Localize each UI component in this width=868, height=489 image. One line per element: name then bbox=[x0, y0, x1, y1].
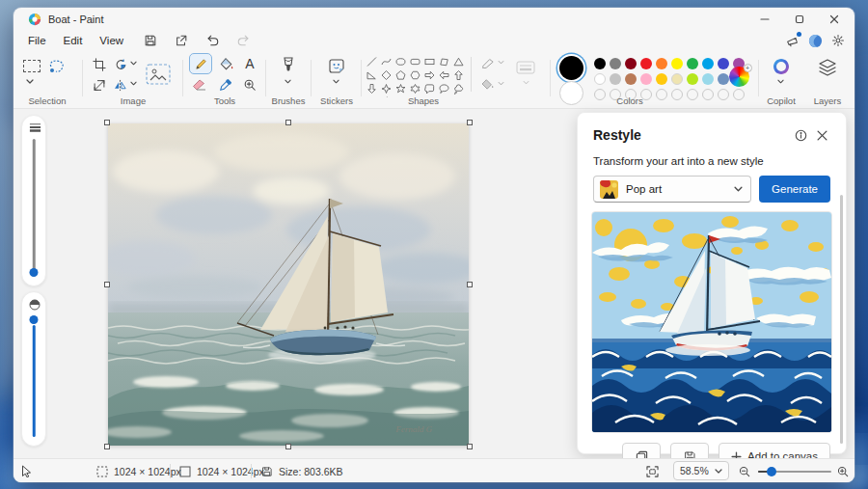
shape-arrow-down-icon[interactable] bbox=[365, 82, 379, 95]
feedback-icon[interactable] bbox=[785, 34, 800, 47]
magnifier-tool-icon[interactable] bbox=[241, 76, 258, 93]
panel-scrollbar[interactable] bbox=[840, 195, 843, 444]
color-swatch[interactable] bbox=[702, 58, 714, 69]
rotate-icon[interactable] bbox=[112, 57, 129, 72]
share-icon[interactable] bbox=[169, 32, 194, 49]
line-size-chevron-icon[interactable] bbox=[523, 80, 529, 85]
generate-button[interactable]: Generate bbox=[759, 176, 830, 203]
shape-arrow-right-icon[interactable] bbox=[422, 68, 437, 82]
account-avatar[interactable] bbox=[808, 34, 823, 48]
foreground-color-swatch[interactable] bbox=[559, 56, 583, 80]
opacity-slider-track[interactable] bbox=[33, 325, 36, 437]
resize-icon[interactable] bbox=[91, 77, 108, 93]
fit-to-screen-button[interactable] bbox=[646, 459, 659, 482]
pencil-tool-icon[interactable] bbox=[189, 53, 212, 74]
brush-icon[interactable] bbox=[279, 56, 298, 75]
shape-outline-icon[interactable] bbox=[480, 56, 496, 69]
shape-oval-speech-bubble-icon[interactable] bbox=[437, 82, 451, 95]
info-icon[interactable] bbox=[790, 124, 811, 146]
color-swatch[interactable] bbox=[656, 73, 667, 85]
empty-color-slot[interactable] bbox=[733, 89, 745, 100]
shape-cloud-speech-bubble-icon[interactable] bbox=[451, 82, 466, 95]
zoom-slider-thumb[interactable] bbox=[767, 467, 776, 476]
minimize-button[interactable] bbox=[752, 10, 777, 29]
shape-pentagon-icon[interactable] bbox=[393, 68, 408, 82]
shape-rectangle-icon[interactable] bbox=[422, 55, 437, 68]
undo-icon[interactable] bbox=[200, 32, 225, 49]
menu-edit[interactable]: Edit bbox=[55, 33, 92, 48]
shape-arrow-up-icon[interactable] bbox=[451, 68, 466, 82]
style-dropdown[interactable]: Pop art bbox=[593, 176, 751, 203]
shape-fill-chevron-icon[interactable] bbox=[498, 81, 504, 86]
maximize-button[interactable] bbox=[787, 10, 812, 29]
menu-file[interactable]: File bbox=[19, 33, 55, 48]
shape-rounded-rectangle-icon[interactable] bbox=[408, 55, 422, 68]
shape-outline-chevron-icon[interactable] bbox=[498, 60, 504, 65]
image-options-icon[interactable] bbox=[145, 63, 172, 86]
shape-hexagon-icon[interactable] bbox=[408, 68, 422, 82]
color-swatch[interactable] bbox=[656, 58, 667, 69]
color-swatch[interactable] bbox=[640, 73, 652, 85]
eraser-tool-icon[interactable] bbox=[189, 77, 210, 93]
copilot-dropdown-chevron-icon[interactable] bbox=[777, 79, 784, 84]
color-swatch[interactable] bbox=[625, 73, 637, 85]
color-swatch[interactable] bbox=[610, 58, 621, 69]
rectangle-select-icon[interactable] bbox=[21, 57, 42, 74]
fill-tool-icon[interactable] bbox=[217, 55, 236, 72]
color-swatch[interactable] bbox=[671, 73, 683, 85]
brushes-dropdown-chevron-icon[interactable] bbox=[285, 79, 291, 84]
shape-six-point-star-icon[interactable] bbox=[408, 82, 422, 95]
shape-diamond-icon[interactable] bbox=[379, 68, 393, 82]
color-swatch[interactable] bbox=[594, 73, 606, 85]
size-slider-thumb[interactable] bbox=[30, 268, 39, 277]
zoom-in-button[interactable] bbox=[837, 459, 849, 482]
color-swatch[interactable] bbox=[625, 58, 637, 69]
color-swatch[interactable] bbox=[594, 58, 606, 69]
crop-icon[interactable] bbox=[91, 57, 108, 72]
save-icon[interactable] bbox=[138, 32, 163, 49]
layers-icon[interactable] bbox=[817, 57, 838, 78]
opacity-slider-thumb[interactable] bbox=[30, 315, 39, 324]
stickers-dropdown-chevron-icon[interactable] bbox=[333, 79, 339, 84]
edit-colors-icon[interactable]: + bbox=[727, 65, 750, 88]
close-button[interactable] bbox=[822, 10, 847, 29]
selection-handle-top-right[interactable] bbox=[467, 120, 473, 125]
restyle-close-icon[interactable] bbox=[811, 124, 832, 146]
brush-size-slider[interactable] bbox=[21, 115, 46, 286]
rotate-dropdown-chevron-icon[interactable] bbox=[130, 61, 137, 66]
shape-polygon-icon[interactable] bbox=[437, 55, 451, 68]
shape-arrow-left-icon[interactable] bbox=[437, 68, 451, 82]
shape-right-triangle-icon[interactable] bbox=[365, 68, 379, 82]
color-swatch[interactable] bbox=[687, 58, 698, 69]
settings-gear-icon[interactable] bbox=[831, 34, 845, 47]
flip-icon[interactable] bbox=[112, 77, 129, 93]
shape-fill-icon[interactable] bbox=[480, 77, 496, 91]
size-slider-track[interactable] bbox=[33, 139, 36, 270]
color-swatch[interactable] bbox=[687, 73, 698, 85]
shape-rounded-speech-bubble-icon[interactable] bbox=[422, 82, 437, 95]
color-swatch[interactable] bbox=[671, 58, 683, 69]
text-tool-icon[interactable]: A bbox=[241, 55, 258, 72]
zoom-out-button[interactable] bbox=[739, 459, 750, 482]
line-size-icon[interactable] bbox=[515, 59, 536, 76]
color-swatch[interactable] bbox=[702, 73, 714, 85]
menu-view[interactable]: View bbox=[91, 33, 132, 48]
redo-icon[interactable] bbox=[231, 32, 256, 49]
zoom-level-dropdown[interactable]: 58.5% bbox=[673, 461, 729, 480]
flip-dropdown-chevron-icon[interactable] bbox=[130, 81, 137, 86]
shape-four-point-star-icon[interactable] bbox=[379, 82, 393, 95]
shape-triangle-icon[interactable] bbox=[451, 55, 466, 68]
copilot-icon[interactable] bbox=[772, 57, 791, 76]
opacity-slider[interactable] bbox=[21, 291, 46, 447]
selection-dropdown-chevron-icon[interactable] bbox=[25, 78, 35, 84]
selection-handle-bottom-center[interactable] bbox=[285, 444, 291, 449]
shape-line-icon[interactable] bbox=[365, 55, 379, 68]
selection-handle-top-left[interactable] bbox=[104, 120, 110, 125]
selection-handle-middle-right[interactable] bbox=[467, 282, 473, 287]
selection-handle-bottom-right[interactable] bbox=[467, 444, 473, 449]
shape-curve-icon[interactable] bbox=[379, 55, 393, 68]
canvas[interactable]: Fernald G bbox=[108, 123, 469, 446]
shape-oval-icon[interactable] bbox=[393, 55, 408, 68]
freeform-select-icon[interactable] bbox=[46, 57, 66, 74]
sticker-icon[interactable] bbox=[327, 57, 346, 75]
